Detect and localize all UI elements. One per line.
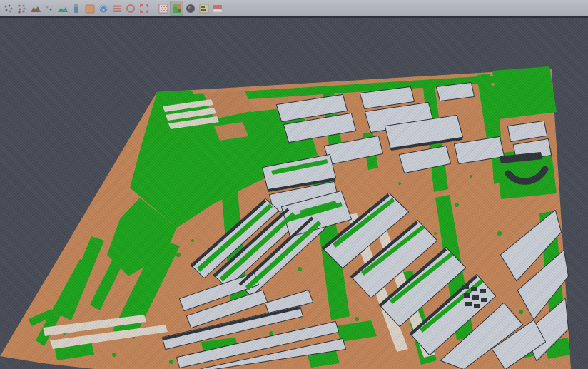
point-cloud-icon (3, 3, 14, 14)
layers-button[interactable] (211, 1, 224, 16)
target-icon (125, 3, 136, 14)
orthophoto-icon (84, 3, 96, 14)
3d-viewport[interactable] (0, 19, 588, 369)
cross-section-button[interactable] (110, 1, 123, 16)
profile-view-icon (71, 3, 82, 14)
toolbar-separator (151, 1, 156, 16)
target-button[interactable] (123, 1, 137, 16)
sparse-points-button[interactable] (42, 1, 56, 16)
cross-section-icon (111, 3, 123, 14)
shaded-view-icon (185, 3, 196, 14)
shaded-view-button[interactable] (183, 1, 197, 16)
application-window (0, 0, 588, 369)
classified-points-icon (16, 3, 28, 14)
orbit-icon (98, 3, 109, 14)
grid-select-icon (158, 3, 169, 14)
toolbar (0, 0, 588, 18)
orthophoto-button[interactable] (83, 1, 96, 16)
annotation-icon (198, 3, 210, 14)
layers-icon (212, 3, 223, 14)
terrain-model-button[interactable] (29, 1, 42, 16)
sparse-points-icon (44, 3, 55, 14)
classification-view-button[interactable] (170, 1, 183, 16)
grid-select-button[interactable] (156, 1, 170, 16)
classified-points-button[interactable] (15, 1, 29, 16)
point-cloud-button[interactable] (1, 1, 15, 16)
surface-model-button[interactable] (56, 1, 69, 16)
point-cloud-render (0, 19, 588, 369)
surface-model-icon (57, 3, 69, 14)
profile-view-button[interactable] (69, 1, 83, 16)
orbit-button[interactable] (96, 1, 110, 16)
classification-view-icon (171, 3, 183, 14)
annotation-button[interactable] (197, 1, 211, 16)
zoom-extents-icon (138, 3, 150, 14)
terrain-model-icon (30, 3, 41, 14)
zoom-extents-button[interactable] (137, 1, 151, 16)
